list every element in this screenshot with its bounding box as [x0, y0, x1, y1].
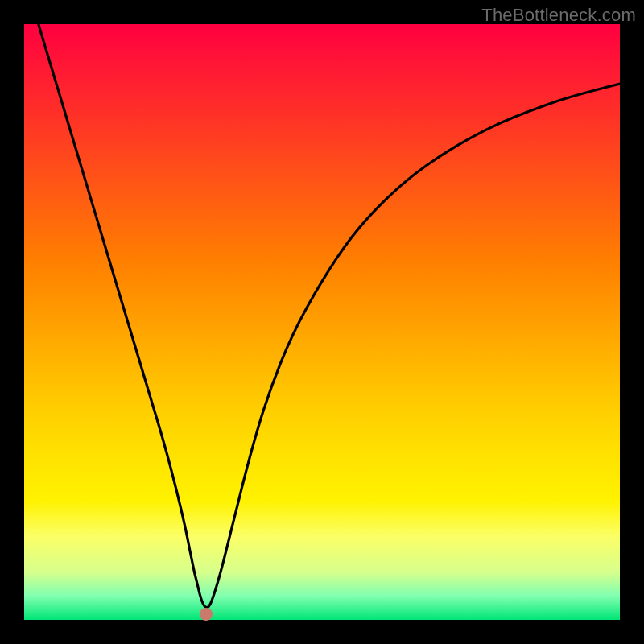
- watermark-text: TheBottleneck.com: [481, 5, 636, 26]
- minimum-point-marker: [200, 608, 213, 621]
- bottleneck-curve-path: [24, 24, 620, 608]
- chart-curve-svg: [24, 24, 620, 620]
- chart-frame: [24, 24, 620, 620]
